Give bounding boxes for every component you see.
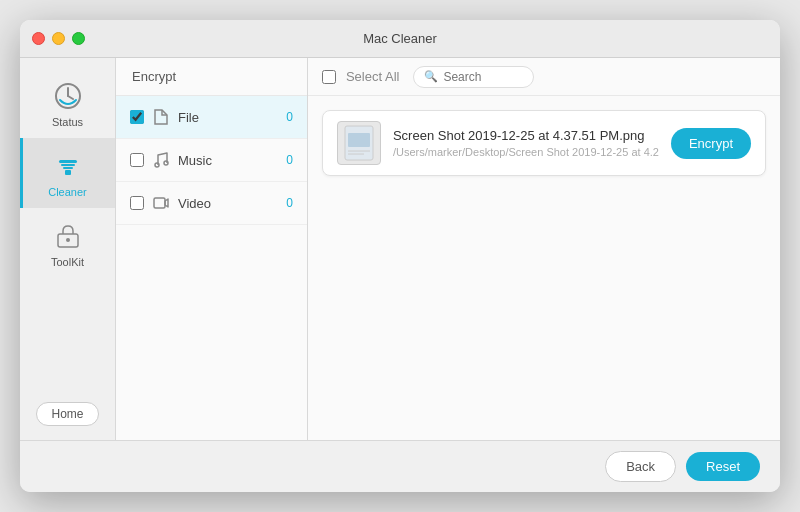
svg-rect-1 <box>59 160 77 163</box>
maximize-button[interactable] <box>72 32 85 45</box>
reset-button[interactable]: Reset <box>686 452 760 481</box>
middle-panel: Encrypt File 0 <box>116 58 308 440</box>
music-checkbox[interactable] <box>130 153 144 167</box>
toolkit-label: ToolKit <box>51 256 84 268</box>
file-checkbox[interactable] <box>130 110 144 124</box>
search-box: 🔍 <box>413 66 534 88</box>
encrypt-button[interactable]: Encrypt <box>671 128 751 159</box>
svg-rect-4 <box>65 170 71 175</box>
back-button[interactable]: Back <box>605 451 676 482</box>
cleaner-icon <box>52 150 84 182</box>
search-icon: 🔍 <box>424 70 438 83</box>
sidebar-item-status[interactable]: Status <box>20 68 115 138</box>
svg-rect-9 <box>154 198 165 208</box>
right-content: Screen Shot 2019-12-25 at 4.37.51 PM.png… <box>308 96 780 440</box>
middle-item-file[interactable]: File 0 <box>116 96 307 139</box>
video-icon <box>152 194 170 212</box>
file-details: Screen Shot 2019-12-25 at 4.37.51 PM.png… <box>393 128 659 158</box>
file-path: /Users/marker/Desktop/Screen Shot 2019-1… <box>393 146 659 158</box>
middle-list: File 0 Music 0 <box>116 96 307 440</box>
middle-header: Encrypt <box>116 58 307 96</box>
file-item-name: File <box>178 110 278 125</box>
sidebar: Status Cleaner <box>20 58 116 440</box>
music-item-name: Music <box>178 153 278 168</box>
cleaner-label: Cleaner <box>48 186 87 198</box>
file-item-count: 0 <box>286 110 293 124</box>
middle-item-music[interactable]: Music 0 <box>116 139 307 182</box>
svg-rect-11 <box>348 133 370 147</box>
svg-point-6 <box>66 238 70 242</box>
file-icon <box>152 108 170 126</box>
right-panel: Select All 🔍 <box>308 58 780 440</box>
svg-point-8 <box>164 161 168 165</box>
bottom-bar: Back Reset <box>20 440 780 492</box>
titlebar: Mac Cleaner <box>20 20 780 58</box>
traffic-lights <box>32 32 85 45</box>
main-window: Mac Cleaner Status <box>20 20 780 492</box>
sidebar-item-toolkit[interactable]: ToolKit <box>20 208 115 278</box>
toolkit-icon <box>52 220 84 252</box>
svg-point-7 <box>155 163 159 167</box>
music-item-count: 0 <box>286 153 293 167</box>
status-label: Status <box>52 116 83 128</box>
music-icon <box>152 151 170 169</box>
sidebar-item-cleaner[interactable]: Cleaner <box>20 138 115 208</box>
svg-rect-2 <box>61 164 75 166</box>
window-title: Mac Cleaner <box>363 31 437 46</box>
file-name: Screen Shot 2019-12-25 at 4.37.51 PM.png <box>393 128 659 143</box>
status-icon <box>52 80 84 112</box>
home-button[interactable]: Home <box>36 402 98 426</box>
svg-rect-3 <box>63 167 73 169</box>
file-list-item: Screen Shot 2019-12-25 at 4.37.51 PM.png… <box>322 110 766 176</box>
middle-header-title: Encrypt <box>132 69 176 84</box>
right-header: Select All 🔍 <box>308 58 780 96</box>
file-thumbnail <box>337 121 381 165</box>
close-button[interactable] <box>32 32 45 45</box>
search-input[interactable] <box>443 70 523 84</box>
video-item-name: Video <box>178 196 278 211</box>
minimize-button[interactable] <box>52 32 65 45</box>
select-all-checkbox[interactable] <box>322 70 336 84</box>
content-area: Status Cleaner <box>20 58 780 440</box>
video-checkbox[interactable] <box>130 196 144 210</box>
middle-item-video[interactable]: Video 0 <box>116 182 307 225</box>
video-item-count: 0 <box>286 196 293 210</box>
select-all-label: Select All <box>346 69 399 84</box>
